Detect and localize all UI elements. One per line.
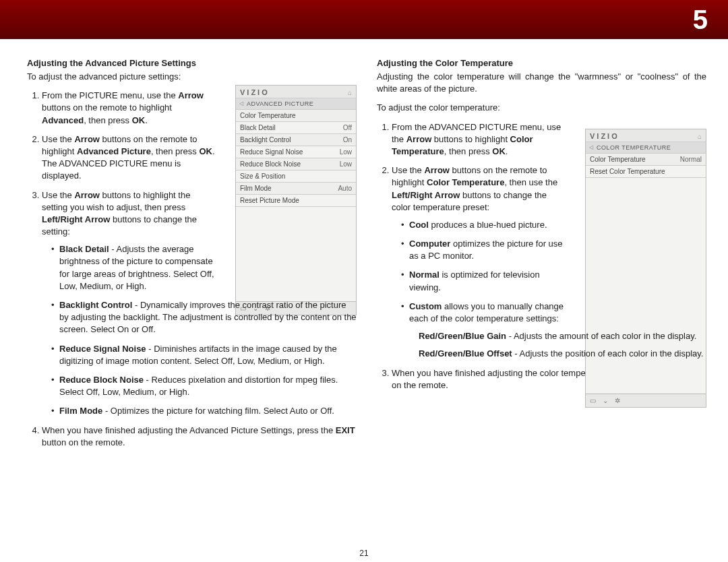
home-icon: ⌂	[348, 89, 352, 96]
panel-fill	[586, 178, 706, 394]
right-heading: Adjusting the Color Temperature	[377, 58, 706, 68]
menu-row: Backlight ControlOn	[236, 134, 356, 146]
menu-row: Color TemperatureNormal	[586, 154, 706, 166]
sub-film-mode: Film Mode - Optimizes the picture for wa…	[51, 405, 357, 417]
menu-row: Film ModeAuto	[236, 183, 356, 195]
rsub-custom: Custom allows you to manually change eac…	[401, 301, 706, 361]
menu-row: Reset Color Temperature	[586, 166, 706, 178]
r-step-1: From the ADVANCED PICTURE menu, use the …	[392, 121, 565, 158]
chevron-down-icon: ⌄	[603, 397, 608, 404]
menu-row: Size & Position	[236, 170, 356, 183]
advanced-picture-panel: VIZIO ⌂ ADVANCED PICTURE Color Temperatu…	[235, 85, 357, 315]
widescreen-icon: ▭	[590, 397, 596, 404]
panel-fill	[236, 207, 356, 301]
page-body: Adjusting the Advanced Picture Settings …	[0, 39, 728, 562]
panel-header: VIZIO ⌂	[586, 129, 706, 142]
sub-backlight-control: Backlight Control - Dynamically improves…	[51, 299, 357, 336]
color-temperature-panel: VIZIO ⌂ COLOR TEMPERATURE Color Temperat…	[585, 129, 706, 408]
brand-label: VIZIO	[590, 132, 619, 140]
rgb-gain: Red/Green/Blue Gain - Adjusts the amount…	[419, 330, 706, 342]
panel-header: VIZIO ⌂	[236, 86, 356, 98]
step-1: From the PICTURE menu, use the Arrow but…	[42, 90, 215, 127]
gear-icon: ✲	[615, 397, 620, 404]
menu-row: Reduce Block NoiseLow	[236, 158, 356, 170]
right-column: Adjusting the Color Temperature Adjustin…	[377, 58, 706, 555]
home-icon: ⌂	[698, 133, 702, 140]
left-column: Adjusting the Advanced Picture Settings …	[27, 58, 357, 555]
panel-breadcrumb: ADVANCED PICTURE	[236, 98, 356, 110]
step-4: When you have finished adjusting the Adv…	[42, 425, 357, 449]
step-2: Use the Arrow buttons on the remote to h…	[42, 133, 215, 183]
rgb-offset: Red/Green/Blue Offset - Adjusts the posi…	[419, 348, 706, 360]
rsub-normal: Normal is optimized for television viewi…	[401, 269, 569, 293]
panel-footer: ▭ ⌄ ✲	[586, 394, 706, 407]
left-intro: To adjust the advanced picture settings:	[27, 71, 357, 83]
sub-reduce-block-noise: Reduce Block Noise - Reduces pixelation …	[51, 374, 357, 398]
custom-sublist: Red/Green/Blue Gain - Adjusts the amount…	[409, 330, 706, 360]
rsub-computer: Computer optimizes the picture for use a…	[401, 238, 569, 262]
rsub-cool: Cool produces a blue-hued picture.	[401, 219, 569, 231]
brand-label: VIZIO	[240, 88, 270, 96]
page-number: 21	[359, 549, 368, 558]
chapter-header: 5	[0, 0, 728, 39]
menu-row: Color Temperature	[236, 110, 356, 122]
panel-breadcrumb: COLOR TEMPERATURE	[586, 142, 706, 154]
left-heading: Adjusting the Advanced Picture Settings	[27, 58, 357, 68]
menu-row: Reduce Signal NoiseLow	[236, 146, 356, 158]
sub-reduce-signal-noise: Reduce Signal Noise - Diminishes artifac…	[51, 343, 357, 367]
right-intro: Adjusting the color temperature will cha…	[377, 71, 706, 95]
menu-row: Reset Picture Mode	[236, 195, 356, 207]
right-intro2: To adjust the color temperature:	[377, 102, 706, 114]
menu-row: Black DetailOff	[236, 122, 356, 134]
sub-black-detail: Black Detail - Adjusts the average brigh…	[51, 243, 219, 292]
chapter-number: 5	[693, 5, 708, 35]
